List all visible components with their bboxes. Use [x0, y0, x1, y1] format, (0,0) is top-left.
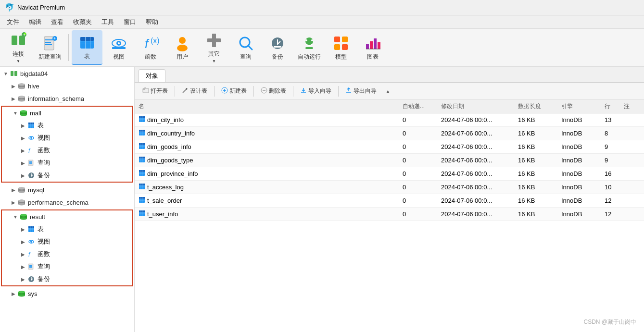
- toolbar-label-connect: 连接: [13, 50, 24, 58]
- table-icon: [78, 34, 96, 51]
- sidebar-item-result-backup[interactable]: ▶备份: [2, 273, 132, 285]
- table-row[interactable]: t_sale_order02024-07-06 00:0...16 KBInno…: [135, 194, 644, 208]
- toggle-mall-tables[interactable]: ▶: [19, 123, 27, 128]
- table-row[interactable]: dim_goods_info02024-07-06 00:0...16 KBIn…: [135, 140, 644, 154]
- menu-item-工具[interactable]: 工具: [97, 16, 119, 28]
- export-icon: [345, 87, 352, 95]
- query-icon: [237, 35, 254, 52]
- import-icon: [300, 87, 307, 95]
- sidebar-item-bigdata04[interactable]: ▼bigdata04: [0, 67, 134, 80]
- sidebar-item-mall-backup[interactable]: ▶备份: [2, 169, 132, 182]
- toggle-mall-functions[interactable]: ▶: [19, 148, 27, 153]
- action-design-table[interactable]: 设计表: [178, 86, 211, 97]
- sidebar-item-performance_schema[interactable]: ▶performance_schema: [0, 196, 134, 209]
- table-header: 名 自动递... 修改日期 数据长度 引擎 行 注: [135, 100, 644, 113]
- sidebar-item-mall-tables[interactable]: ▶表: [2, 119, 132, 132]
- table-row[interactable]: dim_country_info02024-07-06 00:0...16 KB…: [135, 127, 644, 140]
- svg-rect-30: [274, 46, 281, 48]
- toolbar-btn-backup[interactable]: 备份: [262, 30, 293, 65]
- menu-item-窗口[interactable]: 窗口: [119, 16, 141, 28]
- toggle-mall-backup[interactable]: ▶: [19, 173, 27, 178]
- svg-rect-16: [90, 37, 90, 49]
- sidebar-item-mysql[interactable]: ▶mysql: [0, 184, 134, 196]
- action-open-table[interactable]: 打开表: [139, 86, 172, 97]
- sidebar-item-mall-views[interactable]: ▶视图: [2, 132, 132, 144]
- svg-text:f: f: [28, 251, 31, 258]
- toggle-sys[interactable]: ▶: [10, 291, 17, 296]
- sidebar-item-result-functions[interactable]: ▶f函数: [2, 248, 132, 260]
- table-date-cell: 2024-07-06 00:0...: [437, 184, 514, 191]
- action-import[interactable]: 导入向导: [296, 86, 335, 97]
- table-row[interactable]: dim_goods_type02024-07-06 00:0...16 KBIn…: [135, 154, 644, 167]
- menu-item-帮助[interactable]: 帮助: [141, 16, 163, 28]
- toggle-result-backup[interactable]: ▶: [19, 277, 27, 282]
- toggle-result-views[interactable]: ▶: [19, 239, 27, 245]
- toggle-information_schema[interactable]: ▶: [10, 96, 17, 101]
- toolbar-btn-user[interactable]: 用户: [167, 30, 198, 65]
- sidebar-item-result-views[interactable]: ▶视图: [2, 235, 132, 248]
- svg-point-23: [179, 37, 186, 44]
- toggle-performance_schema[interactable]: ▶: [10, 200, 17, 205]
- label-information_schema: information_schema: [28, 95, 84, 102]
- sidebar-item-mall-queries[interactable]: ▶查询: [2, 157, 132, 169]
- toolbar-btn-new-query[interactable]: +新建查询: [35, 30, 65, 65]
- toggle-result-tables[interactable]: ▶: [19, 227, 27, 232]
- toolbar-btn-other[interactable]: 其它▼: [199, 30, 229, 65]
- menu-item-查看[interactable]: 查看: [46, 16, 68, 28]
- toolbar-btn-table[interactable]: 表: [72, 30, 102, 65]
- app-icon: 🐬: [5, 3, 14, 12]
- obj-tab-对象[interactable]: 对象: [139, 69, 165, 82]
- sidebar-item-hive[interactable]: ▶hive: [0, 80, 134, 92]
- app-title: Navicat Premium: [17, 4, 65, 11]
- table-row[interactable]: t_access_log02024-07-06 00:0...16 KBInno…: [135, 181, 644, 194]
- col-header-engine: 引擎: [557, 102, 601, 111]
- toggle-bigdata04[interactable]: ▼: [2, 71, 10, 76]
- toggle-result-functions[interactable]: ▶: [19, 252, 27, 257]
- action-expand-arrow[interactable]: ▲: [385, 88, 391, 94]
- toggle-hive[interactable]: ▶: [10, 84, 17, 89]
- table-row[interactable]: dim_city_info02024-07-06 00:0...16 KBInn…: [135, 113, 644, 127]
- toggle-mall-views[interactable]: ▶: [19, 135, 27, 141]
- result-group-border: ▼result▶表▶视图▶f函数▶查询▶备份: [1, 209, 133, 286]
- col-header-auto: 自动递...: [399, 102, 437, 111]
- toggle-mall[interactable]: ▼: [12, 111, 19, 116]
- sidebar-item-information_schema[interactable]: ▶information_schema: [0, 92, 134, 105]
- table-name-text: dim_province_info: [147, 170, 198, 177]
- table-row[interactable]: t_user_info02024-07-06 00:0...16 KBInnoD…: [135, 208, 644, 221]
- icon-result-backup: [27, 275, 36, 283]
- menu-item-文件[interactable]: 文件: [2, 16, 24, 28]
- table-row[interactable]: dim_province_info02024-07-06 00:0...16 K…: [135, 167, 644, 181]
- sidebar-item-mall[interactable]: ▼mall: [2, 107, 132, 119]
- action-new-table[interactable]: 新建表: [217, 86, 251, 97]
- autorun-icon: [301, 35, 318, 52]
- sidebar-item-result-queries[interactable]: ▶查询: [2, 260, 132, 273]
- table-engine-cell: InnoDB: [557, 170, 601, 177]
- sidebar-item-result-tables[interactable]: ▶表: [2, 223, 132, 235]
- sidebar-item-result[interactable]: ▼result: [2, 210, 132, 223]
- label-hive: hive: [28, 83, 39, 90]
- menu-item-编辑[interactable]: 编辑: [24, 16, 46, 28]
- toggle-mall-queries[interactable]: ▶: [19, 160, 27, 166]
- action-delete-table[interactable]: 删除表: [257, 86, 290, 97]
- toolbar-btn-query[interactable]: 查询: [230, 30, 261, 65]
- table-engine-cell: InnoDB: [557, 116, 601, 123]
- toolbar-btn-chart[interactable]: 图表: [357, 30, 388, 65]
- toolbar-btn-view[interactable]: 视图: [103, 30, 134, 65]
- toolbar-label-backup: 备份: [272, 53, 283, 61]
- menu-item-收藏夹[interactable]: 收藏夹: [68, 16, 97, 28]
- svg-rect-14: [80, 44, 94, 44]
- toolbar-btn-model[interactable]: 模型: [326, 30, 356, 65]
- table-name-cell: t_sale_order: [135, 197, 399, 205]
- toolbar-btn-function[interactable]: f(x)函数: [135, 30, 166, 65]
- toolbar-btn-autorun[interactable]: 自动运行: [294, 30, 325, 65]
- toggle-result-queries[interactable]: ▶: [19, 264, 27, 270]
- sidebar-item-mall-functions[interactable]: ▶f函数: [2, 144, 132, 157]
- toolbar-btn-connect[interactable]: +连接▼: [3, 30, 34, 65]
- action-export[interactable]: 导出向导: [341, 86, 380, 97]
- table-name-cell: dim_province_info: [135, 170, 399, 178]
- sidebar-item-sys[interactable]: ▶sys: [0, 287, 134, 300]
- toggle-mysql[interactable]: ▶: [10, 187, 17, 193]
- view-icon: [110, 35, 127, 52]
- label-result: result: [30, 213, 45, 221]
- toggle-result[interactable]: ▼: [12, 214, 19, 220]
